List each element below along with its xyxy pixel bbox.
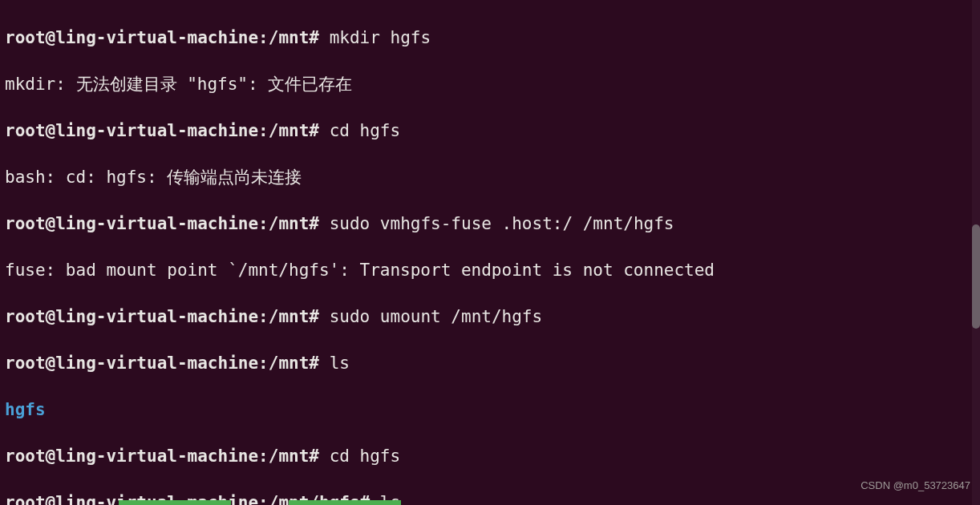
- directory-name: hgfs: [5, 400, 46, 419]
- terminal-line: root@ling-virtual-machine:/mnt# sudo umo…: [5, 305, 975, 329]
- terminal-line: root@ling-virtual-machine:/mnt# cd hgfs: [5, 445, 975, 468]
- command-text: sudo umount /mnt/hgfs: [330, 307, 543, 326]
- terminal-line: root@ling-virtual-machine:/mnt# ls: [5, 352, 975, 375]
- highlight-bar: [289, 500, 401, 505]
- command-text: ls: [330, 354, 350, 373]
- command-text: sudo vmhgfs-fuse .host:/ /mnt/hgfs: [330, 214, 674, 233]
- terminal-line: bash: cd: hgfs: 传输端点尚未连接: [5, 166, 975, 189]
- prompt-sigil: #: [309, 28, 319, 47]
- output-text: bash: cd: hgfs: 传输端点尚未连接: [5, 168, 302, 187]
- terminal-line: root@ling-virtual-machine:/mnt# mkdir hg…: [5, 26, 975, 50]
- terminal-line: fuse: bad mount point `/mnt/hgfs': Trans…: [5, 259, 975, 282]
- watermark-text: CSDN @m0_53723647: [861, 474, 970, 497]
- prompt-user-host: root@ling-virtual-machine: [5, 28, 258, 47]
- highlight-bar: [119, 500, 231, 505]
- command-text: mkdir hgfs: [330, 28, 431, 47]
- terminal-output[interactable]: root@ling-virtual-machine:/mnt# mkdir hg…: [0, 0, 980, 505]
- scrollbar-track[interactable]: [972, 0, 980, 505]
- output-text: fuse: bad mount point `/mnt/hgfs': Trans…: [5, 261, 715, 280]
- scrollbar-thumb[interactable]: [972, 224, 980, 329]
- output-text: mkdir: 无法创建目录 "hgfs": 文件已存在: [5, 75, 352, 94]
- command-text: cd hgfs: [330, 121, 401, 140]
- terminal-line: root@ling-virtual-machine:/mnt# sudo vmh…: [5, 212, 975, 236]
- terminal-line: root@ling-virtual-machine:/mnt# cd hgfs: [5, 119, 975, 143]
- terminal-line: mkdir: 无法创建目录 "hgfs": 文件已存在: [5, 73, 975, 96]
- prompt-path: /mnt: [269, 28, 310, 47]
- terminal-line: hgfs: [5, 398, 975, 422]
- command-text: cd hgfs: [330, 446, 401, 466]
